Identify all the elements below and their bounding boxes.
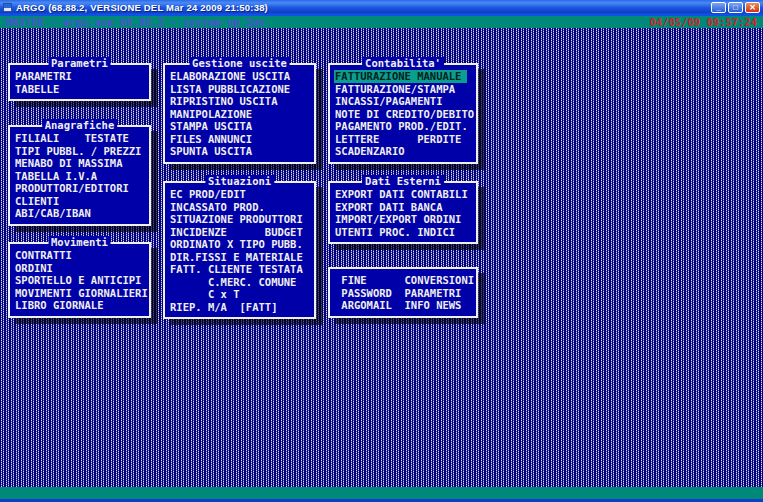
clock-datetime: 04/05/09 09:57:24 [650, 16, 757, 28]
menu-item[interactable]: EC PROD/EDIT [165, 188, 314, 201]
maximize-button[interactable]: □ [728, 2, 743, 13]
menu-item[interactable]: ABI/CAB/IBAN [10, 207, 149, 220]
menu-items: FATTURAZIONE MANUALEFATTURAZIONE/STAMPAI… [330, 70, 476, 158]
menu-anagrafiche: Anagrafiche FILIALI TESTATETIPI PUBBL. /… [8, 125, 151, 226]
menu-item[interactable]: MOVIMENTI GIORNALIERI [10, 287, 149, 300]
menu-item[interactable]: RIEP. M/A [FATT] [165, 301, 314, 314]
menu-item[interactable]: ORDINI [10, 262, 149, 275]
menu-item[interactable]: DIR.FISSI E MATERIALE [165, 251, 314, 264]
menu-item[interactable]: FILES ANNUNCI [165, 133, 314, 146]
menu-item[interactable]: ORDINATO X TIPO PUBB. [165, 238, 314, 251]
window-title: ARGO (68.88.2, VERSIONE DEL Mar 24 2009 … [16, 2, 707, 13]
menu-item[interactable]: PARAMETRI [10, 70, 149, 83]
menu-item[interactable]: ARGOMAIL INFO NEWS [330, 299, 476, 312]
menu-movimenti: Movimenti CONTRATTIORDINISPORTELLO E ANT… [8, 242, 151, 318]
menu-item[interactable]: IMPORT/EXPORT ORDINI [330, 213, 476, 226]
menu-item[interactable]: SCADENZARIO [330, 145, 476, 158]
menu-item[interactable]: FINE CONVERSIONI [330, 274, 476, 287]
menu-item[interactable]: CONTRATTI [10, 249, 149, 262]
menu-item[interactable]: MANIPOLAZIONE [165, 108, 314, 121]
menu-item[interactable]: FILIALI TESTATE [10, 132, 149, 145]
menu-gestione-uscite: Gestione uscite ELABORAZIONE USCITALISTA… [163, 63, 316, 164]
menu-items: EC PROD/EDITINCASSATO PROD.SITUAZIONE PR… [165, 188, 314, 313]
menu-title: Anagrafiche [42, 119, 118, 132]
close-button[interactable]: ✕ [745, 2, 760, 13]
menu-item[interactable]: INCIDENZE BUDGET [165, 226, 314, 239]
menu-item[interactable]: RIPRISTINO USCITA [165, 95, 314, 108]
menu-item[interactable]: PASSWORD PARAMETRI [330, 287, 476, 300]
menu-items: FINE CONVERSIONI PASSWORD PARAMETRI ARGO… [330, 274, 476, 312]
menu-item[interactable]: SITUAZIONE PRODUTTORI [165, 213, 314, 226]
menu-item[interactable]: FATT. CLIENTE TESTATA [165, 263, 314, 276]
menu-title: Movimenti [48, 236, 111, 249]
menu-parametri: Parametri PARAMETRITABELLE [8, 63, 151, 101]
menu-item[interactable]: INCASSATO PROD. [165, 201, 314, 214]
menu-title: Dati Esterni [362, 175, 444, 188]
menu-item[interactable]: C x T [165, 288, 314, 301]
menu-items: EXPORT DATI CONTABILIEXPORT DATI BANCAIM… [330, 188, 476, 238]
menu-item[interactable]: SPUNTA USCITA [165, 145, 314, 158]
menu-item[interactable]: INCASSI/PAGAMENTI [330, 95, 476, 108]
menu-item[interactable]: LETTERE PERDITE [330, 133, 476, 146]
screen-background: Parametri PARAMETRITABELLE Anagrafiche F… [0, 28, 763, 487]
app-icon [3, 3, 12, 12]
title-bar: ARGO (68.88.2, VERSIONE DEL Mar 24 2009 … [0, 0, 763, 14]
menu-title: Parametri [48, 57, 111, 70]
menu-item[interactable]: UTENTI PROC. INDICI [330, 226, 476, 239]
menu-item[interactable]: PAGAMENTO PROD./EDIT. [330, 120, 476, 133]
menu-sistema: FINE CONVERSIONI PASSWORD PARAMETRI ARGO… [328, 267, 478, 318]
menu-situazioni: Situazioni EC PROD/EDITINCASSATO PROD.SI… [163, 181, 316, 319]
menu-item[interactable]: MENABO DI MASSIMA [10, 157, 149, 170]
menu-item[interactable]: LISTA PUBBLICAZIONE [165, 83, 314, 96]
selected-menu-item[interactable]: FATTURAZIONE MANUALE [334, 70, 467, 83]
master-text: MASTER - argo.exe 68.88.2 - system up Sa… [6, 16, 265, 28]
menu-title: Gestione uscite [189, 57, 290, 70]
menu-item[interactable]: CLIENTI [10, 195, 149, 208]
status-bar: INSERIMENTO MANUALE DELLE FATTURE [0, 487, 763, 499]
menu-item[interactable]: EXPORT DATI CONTABILI [330, 188, 476, 201]
menu-item[interactable]: LIBRO GIORNALE [10, 299, 149, 312]
menu-item[interactable]: C.MERC. COMUNE [165, 276, 314, 289]
menu-items: PARAMETRITABELLE [10, 70, 149, 95]
menu-item[interactable]: ELABORAZIONE USCITA [165, 70, 314, 83]
menu-item[interactable]: NOTE DI CREDITO/DEBITO [330, 108, 476, 121]
menu-contabilita: Contabilita' FATTURAZIONE MANUALEFATTURA… [328, 63, 478, 164]
menu-item[interactable]: TABELLE [10, 83, 149, 96]
menu-item[interactable]: EXPORT DATI BANCA [330, 201, 476, 214]
menu-item[interactable]: TIPI PUBBL. / PREZZI [10, 145, 149, 158]
menu-items: ELABORAZIONE USCITALISTA PUBBLICAZIONERI… [165, 70, 314, 158]
menu-item[interactable]: FATTURAZIONE MANUALE [330, 70, 476, 83]
argo-window: ARGO (68.88.2, VERSIONE DEL Mar 24 2009 … [0, 0, 763, 502]
menu-items: CONTRATTIORDINISPORTELLO E ANTICIPIMOVIM… [10, 249, 149, 312]
menu-items: FILIALI TESTATETIPI PUBBL. / PREZZIMENAB… [10, 132, 149, 220]
menu-item[interactable]: TABELLA I.V.A [10, 170, 149, 183]
menu-item[interactable]: STAMPA USCITA [165, 120, 314, 133]
menu-title: Contabilita' [362, 57, 444, 70]
menu-item[interactable]: PRODUTTORI/EDITORI [10, 182, 149, 195]
menu-item[interactable]: SPORTELLO E ANTICIPI [10, 274, 149, 287]
menu-dati-esterni: Dati Esterni EXPORT DATI CONTABILIEXPORT… [328, 181, 478, 244]
master-bar: MASTER - argo.exe 68.88.2 - system up Sa… [0, 14, 763, 28]
menu-item[interactable]: FATTURAZIONE/STAMPA [330, 83, 476, 96]
minimize-button[interactable]: _ [711, 2, 726, 13]
menu-title: Situazioni [205, 175, 274, 188]
